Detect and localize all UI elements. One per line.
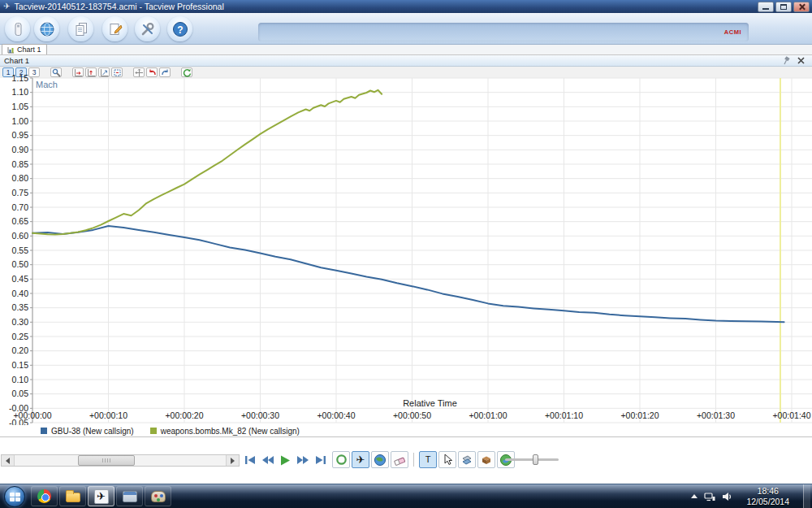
svg-text:+00:00:30: +00:00:30 [241, 410, 279, 420]
speed-slider-thumb[interactable] [533, 454, 538, 465]
svg-text:0.95: 0.95 [12, 130, 29, 140]
volume-icon[interactable] [722, 492, 732, 501]
aircraft-view-button[interactable]: ✈ [352, 451, 369, 468]
undo-zoom-button[interactable] [146, 67, 158, 77]
chart-legend: GBU-38 (New callsign) weapons.bombs.Mk_8… [0, 425, 812, 437]
clock-time: 18:46 [746, 486, 789, 497]
zoom-tools-icon [52, 68, 61, 77]
chart-panel-header[interactable]: Chart 1 [0, 55, 812, 67]
svg-text:?: ? [177, 24, 183, 35]
svg-text:+00:01:00: +00:01:00 [469, 410, 507, 420]
svg-text:1.05: 1.05 [12, 102, 29, 111]
edit-button[interactable] [102, 16, 127, 41]
palette-icon [151, 491, 166, 502]
close-panel-button[interactable] [796, 56, 806, 65]
taskbar-chrome-button[interactable] [31, 486, 58, 506]
rewind-button[interactable] [261, 455, 274, 465]
svg-text:0.70: 0.70 [12, 202, 29, 212]
timeline-scrollbar[interactable] [1, 454, 240, 467]
skip-to-end-button[interactable] [315, 455, 326, 465]
network-icon[interactable] [704, 492, 715, 501]
refresh-icon [183, 68, 192, 77]
series-label: weapons.bombs.Mk_82 (New callsign) [161, 427, 300, 436]
zoom-tools-button[interactable] [50, 67, 62, 77]
app-icon: ✈ [3, 2, 10, 11]
terrain-box-button[interactable] [477, 451, 495, 468]
help-button[interactable]: ? [167, 16, 192, 41]
zoom-window-button[interactable] [111, 67, 123, 77]
taskbar-paint-button[interactable] [145, 486, 171, 506]
zoom-vertical-button[interactable] [85, 67, 97, 77]
svg-text:0.80: 0.80 [12, 173, 29, 183]
refresh-button[interactable] [181, 67, 192, 77]
pin-panel-button[interactable] [781, 56, 792, 65]
maximize-button[interactable] [775, 2, 792, 12]
taskbar-tacview-button[interactable]: ✈ [88, 486, 114, 506]
series-swatch-blue [41, 428, 47, 434]
panel-title: Chart 1 [4, 56, 29, 65]
record-button[interactable] [332, 451, 350, 468]
terrain-box-icon [480, 454, 493, 467]
svg-text:+00:01:20: +00:01:20 [620, 410, 659, 420]
zoom-fit-button[interactable] [98, 67, 110, 77]
redo-zoom-button[interactable] [159, 67, 171, 77]
svg-text:0.75: 0.75 [12, 188, 29, 198]
pan-button[interactable] [133, 67, 145, 77]
mach-time-chart[interactable]: 1.151.101.051.000.950.900.850.800.750.70… [0, 78, 812, 425]
scale-button-3[interactable]: 3 [28, 67, 40, 77]
minimize-icon [762, 8, 769, 10]
svg-text:+00:00:40: +00:00:40 [317, 410, 355, 420]
svg-text:1.00: 1.00 [12, 116, 29, 126]
zoom-horizontal-icon [74, 68, 83, 77]
window-icon [123, 491, 137, 502]
hscroll-thumb[interactable] [78, 455, 135, 466]
speed-slider[interactable] [505, 458, 559, 461]
svg-text:0.90: 0.90 [12, 145, 29, 154]
chart-plot-area[interactable]: 1.151.101.051.000.950.900.850.800.750.70… [0, 78, 812, 425]
start-button[interactable] [4, 486, 25, 507]
close-button[interactable] [793, 2, 810, 12]
legend-item-mk82[interactable]: weapons.bombs.Mk_82 (New callsign) [150, 427, 300, 436]
taskbar-clock[interactable]: 18:46 12/05/2014 [739, 486, 797, 506]
skip-to-start-button[interactable] [244, 455, 256, 465]
online-button[interactable] [34, 16, 59, 41]
eraser-icon [393, 454, 406, 467]
documents-icon [73, 21, 89, 37]
show-desktop-button[interactable] [803, 484, 810, 508]
taskbar-window-button[interactable] [116, 486, 143, 506]
show-hidden-icons-button[interactable] [691, 494, 698, 498]
play-button[interactable] [280, 455, 291, 466]
svg-text:0.45: 0.45 [12, 274, 29, 284]
windows-taskbar: ✈ 18:46 12/05/2014 [0, 484, 812, 508]
globe-view-button[interactable] [371, 451, 389, 468]
text-tool-button[interactable]: T [419, 451, 437, 468]
scroll-left-button[interactable] [2, 455, 15, 466]
taskbar-explorer-button[interactable] [59, 486, 86, 506]
minimize-button[interactable] [758, 2, 774, 12]
svg-text:+00:01:10: +00:01:10 [545, 410, 583, 420]
zoom-fit-icon [100, 68, 109, 77]
svg-text:0.25: 0.25 [12, 332, 29, 341]
svg-text:0.05: 0.05 [12, 389, 29, 398]
clock-date: 12/05/2014 [746, 497, 789, 507]
scroll-right-button[interactable] [226, 455, 239, 466]
open-recording-button[interactable] [5, 16, 30, 41]
eraser-button[interactable] [391, 451, 408, 468]
settings-button[interactable] [135, 16, 160, 41]
tab-chart-1[interactable]: Chart 1 [2, 44, 47, 54]
tacview-window: ✈ Tacview-20140512-183754.acmi - Tacview… [0, 0, 812, 508]
chart-icon [7, 46, 15, 54]
svg-text:0.60: 0.60 [12, 231, 29, 241]
cursor-tool-button[interactable] [438, 451, 456, 468]
titlebar[interactable]: ✈ Tacview-20140512-183754.acmi - Tacview… [0, 0, 812, 13]
documents-button[interactable] [68, 16, 93, 41]
svg-text:Relative Time: Relative Time [403, 398, 457, 408]
zoom-horizontal-button[interactable] [72, 67, 84, 77]
playback-controls-bar: ✈ T [0, 449, 812, 471]
layers-button[interactable] [458, 451, 476, 468]
fast-forward-button[interactable] [296, 455, 309, 465]
text-tool-icon: T [425, 455, 431, 464]
legend-item-gbu38[interactable]: GBU-38 (New callsign) [41, 427, 134, 436]
close-icon [798, 3, 806, 11]
scrollbar-track[interactable] [15, 455, 226, 466]
